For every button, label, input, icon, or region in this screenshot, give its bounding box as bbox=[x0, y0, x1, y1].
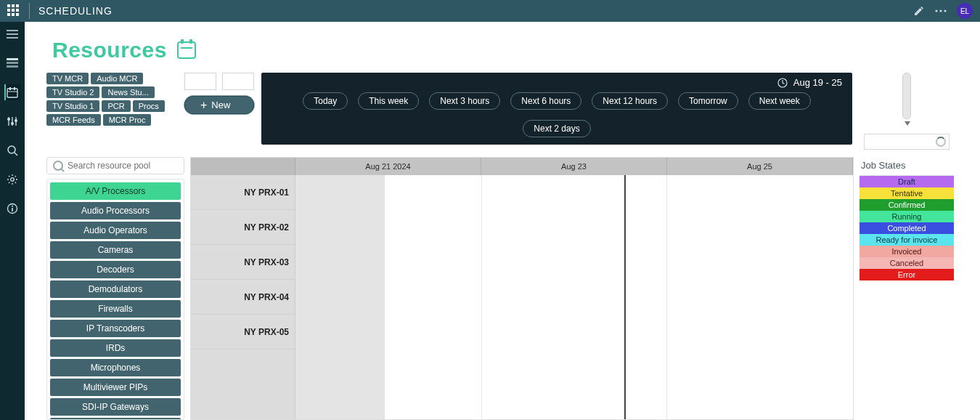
filter-box-2[interactable] bbox=[222, 73, 254, 90]
sliders-icon[interactable] bbox=[4, 113, 20, 129]
more-icon[interactable] bbox=[934, 4, 948, 18]
svg-rect-15 bbox=[12, 208, 13, 211]
svg-rect-6 bbox=[7, 89, 17, 97]
svg-rect-4 bbox=[7, 62, 18, 64]
legend-item: Running bbox=[859, 211, 954, 222]
apps-grid-icon[interactable] bbox=[7, 4, 20, 17]
category-item[interactable]: IRDs bbox=[50, 339, 181, 357]
legend-title: Job States bbox=[859, 157, 954, 176]
svg-rect-8 bbox=[14, 87, 15, 90]
search-icon[interactable] bbox=[4, 142, 20, 158]
filter-chip[interactable]: MCR Feeds bbox=[46, 114, 101, 126]
filter-chip[interactable]: Procs bbox=[133, 100, 165, 112]
search-input[interactable] bbox=[68, 161, 178, 171]
info-icon[interactable] bbox=[4, 201, 20, 217]
gear-icon[interactable] bbox=[4, 171, 20, 187]
side-rail bbox=[0, 22, 25, 420]
app-title: SCHEDULING bbox=[38, 5, 113, 17]
filter-box-1[interactable] bbox=[184, 73, 216, 90]
main: Resources TV MCRAudio MCRTV Studio 2News… bbox=[25, 22, 980, 420]
resource-row-header[interactable]: NY PRX-03 bbox=[191, 245, 295, 280]
svg-rect-7 bbox=[9, 87, 11, 90]
avatar[interactable]: EL bbox=[957, 3, 973, 19]
category-item[interactable]: Audio Processors bbox=[50, 202, 181, 219]
legend-item: Error bbox=[859, 269, 954, 280]
filter-chip[interactable]: News Stu... bbox=[102, 86, 154, 98]
loader-box bbox=[864, 134, 950, 150]
filter-chips: TV MCRAudio MCRTV Studio 2News Stu...TV … bbox=[46, 73, 177, 126]
range-quick-button[interactable]: Today bbox=[303, 92, 348, 110]
svg-point-16 bbox=[12, 206, 13, 207]
hamburger-icon[interactable] bbox=[4, 26, 20, 42]
svg-point-13 bbox=[11, 178, 15, 182]
legend-item: Invoiced bbox=[859, 246, 954, 257]
new-button[interactable]: +New bbox=[184, 96, 254, 114]
timeline-grid[interactable]: Aug 21 2024Aug 23Aug 25 NY PRX-01NY PRX-… bbox=[190, 157, 854, 420]
legend-item: Completed bbox=[859, 222, 954, 234]
range-quick-button[interactable]: Tomorrow bbox=[678, 92, 738, 110]
filter-chip[interactable]: PCR bbox=[102, 100, 130, 112]
grid-line bbox=[666, 175, 667, 419]
category-item[interactable]: Multiviewer PIPs bbox=[50, 379, 181, 396]
svg-point-12 bbox=[8, 146, 15, 153]
svg-point-1 bbox=[939, 9, 942, 12]
resource-row-header[interactable]: NY PRX-05 bbox=[191, 315, 295, 350]
search-input-wrap[interactable] bbox=[46, 157, 184, 174]
category-item[interactable]: Demodulators bbox=[50, 280, 181, 298]
svg-rect-5 bbox=[7, 65, 18, 68]
grid-line bbox=[481, 175, 482, 419]
calendar-icon[interactable] bbox=[4, 84, 20, 100]
category-list: A/V ProcessorsAudio ProcessorsAudio Oper… bbox=[46, 179, 184, 420]
range-quick-button[interactable]: Next 6 hours bbox=[510, 92, 581, 110]
search-icon bbox=[53, 161, 63, 171]
filter-chip[interactable]: Audio MCR bbox=[91, 73, 143, 84]
resource-row-header[interactable]: NY PRX-04 bbox=[191, 280, 295, 315]
timeline-header: Aug 19 - 25 TodayThis weekNext 3 hoursNe… bbox=[261, 73, 852, 145]
legend-item: Confirmed bbox=[859, 199, 954, 211]
svg-point-0 bbox=[935, 9, 937, 12]
range-quick-button[interactable]: This week bbox=[358, 92, 419, 110]
date-header-cell: Aug 25 bbox=[667, 158, 853, 175]
category-item[interactable]: A/V Processors bbox=[50, 182, 181, 200]
svg-point-10 bbox=[11, 122, 14, 125]
svg-point-2 bbox=[944, 9, 946, 12]
range-quick-button[interactable]: Next week bbox=[748, 92, 811, 110]
filter-chip[interactable]: TV Studio 2 bbox=[46, 86, 99, 98]
edit-icon[interactable] bbox=[912, 4, 926, 18]
divider bbox=[29, 3, 30, 19]
svg-point-11 bbox=[15, 119, 17, 122]
list-icon[interactable] bbox=[4, 55, 20, 71]
top-bar: SCHEDULING EL bbox=[0, 0, 980, 22]
past-shade bbox=[295, 175, 385, 419]
range-quick-button[interactable]: Next 3 hours bbox=[429, 92, 500, 110]
category-item[interactable]: Decoders bbox=[50, 261, 181, 278]
legend-item: Ready for invoice bbox=[859, 234, 954, 246]
filter-chip[interactable]: TV MCR bbox=[46, 73, 89, 84]
spinner-icon bbox=[936, 137, 946, 147]
date-range-label: Aug 19 - 25 bbox=[793, 77, 842, 88]
category-item[interactable]: Firewalls bbox=[50, 300, 181, 318]
category-item[interactable]: Microphones bbox=[50, 359, 181, 376]
clock-icon bbox=[777, 78, 788, 88]
filter-chip[interactable]: MCR Proc bbox=[103, 114, 152, 126]
category-item[interactable]: SDI-IP Gateways bbox=[50, 398, 181, 416]
filter-chip[interactable]: TV Studio 1 bbox=[46, 100, 99, 112]
date-header-cell: Aug 21 2024 bbox=[295, 158, 481, 175]
svg-rect-3 bbox=[7, 58, 18, 60]
date-header-cell: Aug 23 bbox=[481, 158, 667, 175]
legend-item: Draft bbox=[859, 176, 954, 187]
range-quick-button[interactable]: Next 12 hours bbox=[592, 92, 668, 110]
resource-row-header[interactable]: NY PRX-01 bbox=[191, 175, 295, 210]
legend: Job States DraftTentativeConfirmedRunnin… bbox=[859, 157, 954, 420]
vertical-scrollbar[interactable] bbox=[902, 73, 911, 119]
legend-item: Canceled bbox=[859, 257, 954, 269]
svg-point-9 bbox=[7, 118, 10, 121]
resource-row-header[interactable]: NY PRX-02 bbox=[191, 210, 295, 245]
legend-item: Tentative bbox=[859, 187, 954, 199]
category-item[interactable]: Audio Operators bbox=[50, 222, 181, 239]
new-button-label: New bbox=[211, 100, 230, 110]
category-item[interactable]: IP Transcoders bbox=[50, 320, 181, 337]
page-title-calendar-icon bbox=[177, 41, 196, 59]
range-quick-button[interactable]: Next 2 days bbox=[523, 120, 590, 137]
category-item[interactable]: Cameras bbox=[50, 241, 181, 259]
